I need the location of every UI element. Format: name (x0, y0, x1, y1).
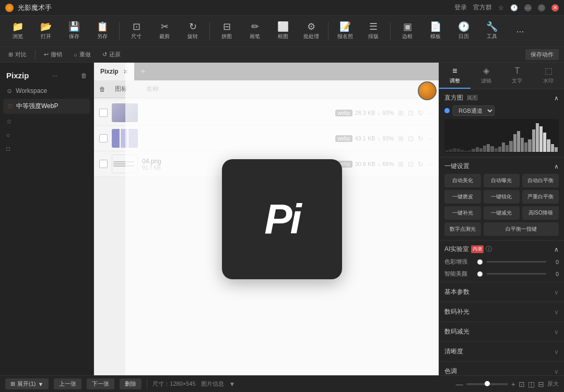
more-options-icon[interactable]: ··· (52, 72, 57, 79)
sub-separator-1 (35, 50, 36, 60)
tool-frame[interactable]: ⬜ 框图 (269, 18, 297, 45)
file-checkbox-1[interactable] (99, 109, 108, 117)
histogram-collapse-icon[interactable]: ∧ (554, 94, 559, 102)
maximize-button[interactable]: □ (538, 4, 545, 11)
tool-border[interactable]: ▣ 边框 (394, 18, 421, 45)
tool-save[interactable]: 💾 保存 (61, 18, 88, 45)
btn-auto-exposure[interactable]: 自动曝光 (484, 174, 520, 187)
btn-severe-wb[interactable]: 严重白平衡 (522, 190, 559, 204)
expand-btn[interactable]: ⊞ 展开(1) ▼ (5, 378, 49, 389)
prev-btn[interactable]: 上一张 (54, 378, 81, 389)
tool-rotate-label: 旋转 (187, 33, 198, 40)
compare-btn[interactable]: ⊞ 对比 (5, 50, 30, 60)
btn-sharpen[interactable]: 一键锐化 (484, 190, 520, 204)
digital-fill-section[interactable]: 数码补光 ∨ (439, 302, 564, 322)
next-btn[interactable]: 下一张 (87, 378, 114, 389)
original-size-icon[interactable]: ⊟ (538, 380, 544, 388)
tab-text[interactable]: T 文字 (502, 63, 533, 89)
watermark-tab-icon: ⬚ (545, 66, 553, 76)
tool-tools[interactable]: 🔧 工具 (478, 18, 506, 45)
btn-reduce-light[interactable]: 一键减光 (484, 206, 520, 220)
file-checkbox-2[interactable] (99, 134, 108, 142)
orange-avatar-button[interactable] (418, 81, 437, 100)
restore-btn[interactable]: ↺ 还原 (99, 50, 124, 60)
zoom-controls: — + ⊡ ◫ ⊟ 原大 (456, 380, 559, 388)
digital-reduce-title: 数码减光 (444, 327, 469, 336)
tab-watermark[interactable]: ⬚ 水印 (533, 63, 564, 89)
histogram-title: 直方图 (444, 93, 463, 102)
preview-image[interactable]: Pi (222, 159, 342, 279)
revoke-btn[interactable]: ↩ 撤销 (41, 50, 65, 60)
tool-draw[interactable]: ✏ 画笔 (241, 18, 268, 45)
tool-rename[interactable]: 📝 报名照 (332, 18, 359, 45)
tab-adjust[interactable]: ≡ 调整 (439, 63, 471, 89)
tool-size[interactable]: ⊡ 尺寸 (123, 18, 150, 45)
puzzle-icon: ⊟ (223, 22, 231, 31)
star-icon: ☆ (6, 118, 12, 125)
tool-saveas[interactable]: 📋 另存 (89, 18, 116, 45)
smart-beauty-track[interactable] (487, 273, 546, 275)
btn-fill-light[interactable]: 一键补光 (444, 206, 481, 220)
btn-spot-meter[interactable]: 数字点测光 (444, 222, 481, 236)
close-button[interactable]: ✕ (551, 4, 559, 11)
ai-lab-collapse[interactable]: ∧ (554, 246, 559, 253)
zoom-slider[interactable] (466, 383, 508, 385)
rotate-icon: ↻ (189, 22, 197, 31)
btn-wb-one[interactable]: 白平衡一指键 (484, 222, 559, 236)
channel-select[interactable]: RGB通道 R通道 G通道 B通道 (453, 105, 495, 116)
tool-process[interactable]: ⚙ 批处理 (298, 18, 325, 45)
size-info: 尺寸：1280×545 (152, 380, 195, 388)
btn-iso-noise[interactable]: 高ISO降噪 (522, 206, 559, 220)
smart-beauty-dot (477, 271, 483, 277)
redo-btn[interactable]: ○ 重做 (70, 50, 94, 60)
header-delete-icon[interactable]: 🗑 (99, 86, 105, 93)
favorite-icon[interactable]: ☆ (498, 4, 504, 11)
sidebar-item-circle[interactable]: ○ (0, 128, 93, 142)
fit-view-icon[interactable]: ⊡ (519, 380, 525, 388)
tone-section[interactable]: 色调 ∨ (439, 362, 564, 375)
sidebar-item-file[interactable]: □ (0, 142, 93, 156)
tool-browse[interactable]: 📁 浏览 (4, 18, 31, 45)
tool-crop[interactable]: ✂ 裁剪 (151, 18, 178, 45)
heart-icon: ♡ (7, 103, 13, 110)
save-action-btn[interactable]: 保存动作 (525, 49, 559, 60)
expand-label: 展开(1) (17, 380, 36, 388)
layer-icon[interactable]: ◫ (528, 380, 535, 388)
color-enhance-track[interactable] (487, 261, 546, 263)
zoom-plus-icon[interactable]: + (511, 380, 515, 388)
quick-settings-collapse[interactable]: ∧ (554, 163, 559, 170)
workspace-item[interactable]: ☺ Workspace (0, 84, 93, 98)
delete-btn[interactable]: 删除 (120, 378, 142, 389)
official-group-button[interactable]: 官方群 (473, 3, 492, 12)
minimize-button[interactable]: — (524, 4, 532, 11)
tab-filter[interactable]: ◈ 滤镜 (471, 63, 502, 89)
tool-template[interactable]: 📄 模板 (422, 18, 449, 45)
basic-params-section[interactable]: 基本参数 ∨ (439, 282, 564, 302)
app-logo (5, 4, 14, 12)
digital-reduce-section[interactable]: 数码减光 ∨ (439, 322, 564, 342)
sidebar-item-star[interactable]: ☆ (0, 115, 93, 128)
file-checkbox-3[interactable] (99, 160, 108, 168)
tool-sort[interactable]: ☰ 排版 (360, 18, 387, 45)
ai-lab-info-icon[interactable]: ⓘ (486, 245, 492, 254)
preset-label: 中等强度WebP (16, 102, 58, 111)
quick-settings-section: 一键设置 ∧ 自动美化 自动曝光 自动白平衡 一键磨皮 一键锐化 严重白平衡 一… (439, 158, 564, 241)
delete-project-icon[interactable]: 🗑 (81, 72, 87, 79)
btn-auto-wb[interactable]: 自动白平衡 (522, 174, 559, 187)
tool-rename-label: 报名照 (337, 33, 353, 40)
tool-history[interactable]: 🕐 日历 (450, 18, 477, 45)
tool-open[interactable]: 📂 打开 (32, 18, 60, 45)
quick-settings-title: 一键设置 (444, 162, 469, 171)
preset-item-active[interactable]: ♡ 中等强度WebP (3, 99, 90, 114)
revoke-icon: ↩ (44, 51, 49, 58)
tool-rotate[interactable]: ↻ 旋转 (179, 18, 206, 45)
tool-more[interactable]: ··· (507, 18, 534, 45)
login-button[interactable]: 登录 (454, 3, 467, 12)
img-info-arrow[interactable]: ▼ (229, 381, 236, 388)
btn-skin[interactable]: 一键磨皮 (444, 190, 481, 204)
zoom-minus-icon[interactable]: — (456, 380, 463, 388)
clarity-section[interactable]: 清晰度 ∨ (439, 342, 564, 362)
clock-icon[interactable]: 🕐 (510, 4, 518, 11)
tool-puzzle[interactable]: ⊟ 拼图 (213, 18, 240, 45)
btn-auto-beauty[interactable]: 自动美化 (444, 174, 481, 187)
